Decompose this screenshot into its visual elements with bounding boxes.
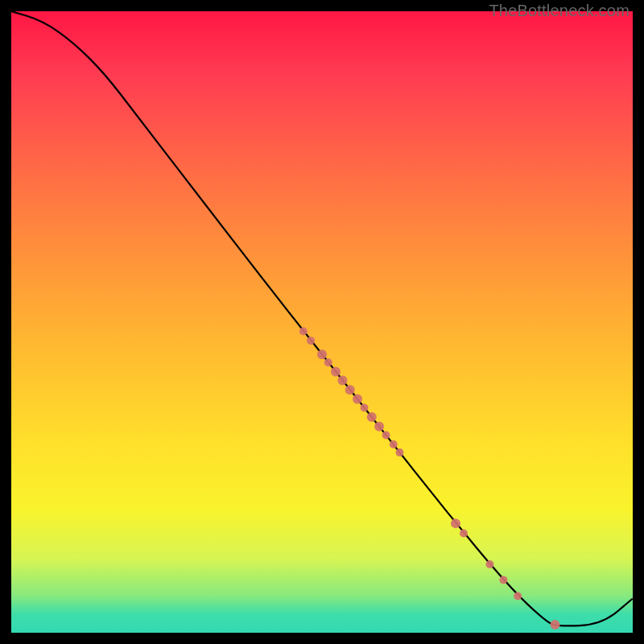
- watermark-text: TheBottleneck.com: [489, 2, 630, 20]
- scatter-point: [367, 412, 377, 422]
- scatter-point: [499, 576, 507, 584]
- scatter-point: [485, 560, 493, 568]
- scatter-point: [451, 518, 460, 528]
- scatter-point: [396, 448, 404, 456]
- chart-area: [11, 11, 633, 633]
- scatter-point: [382, 431, 390, 440]
- scatter-point: [324, 358, 332, 366]
- scatter-point: [331, 367, 341, 377]
- scatter-point: [551, 620, 560, 630]
- scatter-point: [360, 404, 368, 412]
- scatter-point: [460, 529, 468, 537]
- scatter-point: [390, 440, 398, 448]
- scatter-point: [337, 376, 347, 386]
- scatter-point: [307, 336, 315, 345]
- scatter-point: [374, 422, 384, 431]
- scatter-point: [514, 592, 522, 600]
- scatter-point: [353, 394, 362, 404]
- chart-overlay: [11, 11, 633, 633]
- scatter-points-group: [299, 328, 560, 630]
- scatter-point: [345, 385, 355, 394]
- bottleneck-curve: [11, 11, 633, 625]
- scatter-point: [317, 349, 327, 359]
- scatter-point: [299, 328, 308, 336]
